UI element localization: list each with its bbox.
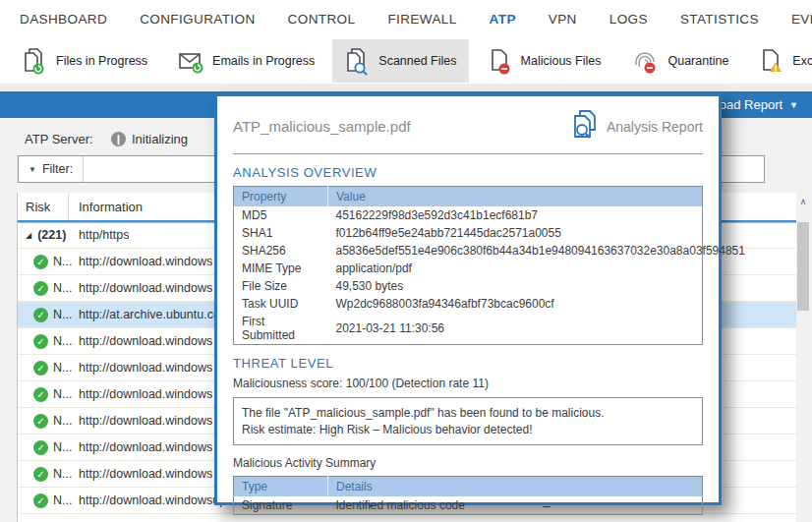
info-cell: http://download.windows [69, 281, 212, 295]
filter-dropdown[interactable]: ▼ Filter: [19, 156, 84, 182]
nav-statistics[interactable]: STATISTICS [680, 12, 759, 27]
atp-server-status: ATP Server: ❙ Initializing [25, 132, 188, 146]
quarantine-label: Quarantine [667, 54, 728, 68]
info-cell: http://download.windows [69, 334, 212, 348]
risk-cell: ✓N... [18, 488, 69, 513]
modal-header: ATP_malicious_sample.pdf Analysis Report [233, 108, 703, 145]
overview-row: SHA256a5836e5def551e4e906c380f6b44a34b1e… [234, 242, 703, 260]
malicious-files-label: Malicious Files [521, 54, 602, 68]
divider-band [0, 84, 812, 91]
modal-divider [233, 153, 703, 154]
risk-cell: ✓N... [18, 355, 69, 380]
analysis-report-icon [569, 108, 599, 145]
analysis-report-modal: ATP_malicious_sample.pdf Analysis Report… [214, 93, 722, 505]
threat-description-box: The file "ATP_malicious_sample.pdf" has … [233, 397, 703, 445]
analysis-overview-table: Property Value MD545162229f98d3e592d3c41… [233, 186, 703, 345]
maliciousness-score: Maliciousness score: 100/100 (Detection … [233, 377, 703, 390]
nav-vpn[interactable]: VPN [549, 12, 577, 27]
analysis-overview-heading: ANALYSIS OVERVIEW [233, 165, 703, 180]
exceptions-icon [758, 46, 784, 76]
chevron-down-icon: ▼ [789, 100, 798, 110]
nav-dashboard[interactable]: DASHBOARD [20, 12, 107, 27]
overview-row: SHA1f012b64ff9e5e24abb721445dac2571a0055 [234, 224, 703, 242]
check-icon: ✓ [33, 387, 48, 402]
info-cell: http://at.archive.ubuntu.co [69, 308, 220, 321]
analysis-report-label: Analysis Report [607, 119, 703, 135]
atp-server-label: ATP Server: [25, 132, 111, 146]
check-icon: ✓ [33, 440, 48, 455]
main-nav: DASHBOARD CONFIGURATION CONTROL FIREWALL… [0, 0, 812, 37]
check-icon: ✓ [33, 334, 48, 349]
nav-configuration[interactable]: CONFIGURATION [140, 12, 255, 27]
vertical-scrollbar[interactable]: ∧ [796, 193, 810, 522]
exceptions-button[interactable]: Exceptions [746, 39, 812, 83]
files-in-progress-button[interactable]: Files in Progress [10, 39, 159, 83]
nav-firewall[interactable]: FIREWALL [387, 12, 456, 27]
group-info-cell: http/https [69, 228, 129, 242]
nav-logs[interactable]: LOGS [609, 12, 648, 27]
activity-col-type: Type [234, 477, 328, 497]
column-header-information[interactable]: Information [69, 200, 143, 214]
scroll-up-icon[interactable]: ∧ [796, 197, 810, 206]
info-cell: http://download.windows [69, 255, 212, 268]
scanned-files-button[interactable]: Scanned Files [332, 39, 468, 83]
files-in-progress-icon [22, 46, 48, 76]
emails-in-progress-icon [177, 47, 204, 75]
check-icon: ✓ [33, 308, 48, 322]
check-icon: ✓ [33, 467, 48, 482]
check-icon: ✓ [33, 414, 48, 429]
scrollbar-thumb[interactable] [797, 222, 809, 311]
filter-caret-icon: ▼ [29, 165, 36, 174]
initializing-status-icon: ❙ [111, 132, 126, 146]
overview-row: MD545162229f98d3e592d3c41b1ecf681b7 [234, 206, 703, 224]
malicious-activity-heading: Malicious Activity Summary [233, 456, 703, 470]
exceptions-label: Exceptions [792, 54, 812, 68]
scanned-files-icon [344, 46, 371, 76]
malicious-files-button[interactable]: Malicious Files [475, 39, 613, 83]
risk-cell: ✓N... [18, 328, 69, 354]
scanned-files-label: Scanned Files [378, 54, 456, 68]
risk-cell: ✓N... [18, 275, 69, 301]
check-icon: ✓ [33, 493, 48, 508]
activity-col-details: Details [328, 477, 703, 497]
quarantine-icon [630, 47, 660, 75]
info-cell: http://download.windows [69, 361, 212, 375]
info-cell: http://download.windows [69, 414, 212, 428]
info-cell: http://download.windows [69, 467, 212, 481]
nav-events[interactable]: EVENTS [791, 12, 812, 27]
atp-server-value: Initializing [132, 132, 188, 146]
risk-cell: ✓N... [18, 435, 69, 460]
group-count: (221) [37, 228, 66, 242]
expand-triangle-icon[interactable]: ◢ [26, 231, 31, 240]
overview-row: First Submitted2021-03-21 11:30:56 [234, 313, 703, 345]
overview-col-property: Property [234, 187, 328, 207]
threat-level-heading: THREAT LEVEL [233, 356, 703, 371]
activity-row: SignatureIdentified malicious code [234, 496, 703, 515]
analysis-report-header: Analysis Report [569, 108, 703, 145]
risk-cell: ✓N... [18, 381, 69, 407]
nav-atp[interactable]: ATP [490, 12, 516, 27]
files-in-progress-label: Files in Progress [56, 54, 147, 68]
emails-in-progress-button[interactable]: Emails in Progress [165, 40, 326, 82]
filter-label: Filter: [42, 162, 73, 176]
malicious-files-icon [487, 46, 513, 76]
atp-toolbar: Files in Progress Emails in Progress Sca… [0, 37, 812, 84]
threat-line-2: Risk estimate: High Risk – Malicious beh… [242, 423, 694, 436]
overview-col-value: Value [328, 187, 703, 207]
modal-file-title: ATP_malicious_sample.pdf [233, 118, 411, 135]
quarantine-button[interactable]: Quarantine [618, 40, 740, 82]
group-risk-cell: ◢(221) [18, 222, 69, 248]
nav-control[interactable]: CONTROL [288, 12, 356, 27]
check-icon: ✓ [33, 281, 48, 296]
emails-in-progress-label: Emails in Progress [212, 54, 315, 68]
malicious-activity-table: Type Details SignatureIdentified malicio… [233, 476, 703, 515]
risk-cell: ✓N... [18, 302, 69, 327]
overview-row: MIME Typeapplication/pdf [234, 260, 703, 277]
overview-row: Task UUIDWp2dc9688003fa94346afbf73bcac96… [234, 295, 703, 313]
threat-line-1: The file "ATP_malicious_sample.pdf" has … [242, 406, 694, 420]
risk-cell: ✓N... [18, 461, 69, 487]
column-header-risk[interactable]: Risk [18, 193, 69, 220]
risk-cell: ✓N... [18, 408, 69, 434]
overview-row: File Size49,530 bytes [234, 277, 703, 295]
info-cell: http://download.windows [69, 440, 212, 454]
